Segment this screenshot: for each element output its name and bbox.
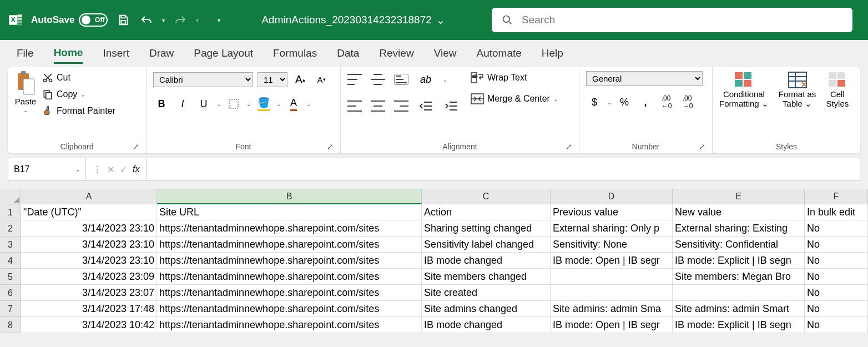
font-name-select[interactable]: Calibri bbox=[153, 72, 253, 87]
increase-font-icon[interactable]: A▴ bbox=[292, 71, 309, 88]
chevron-down-icon[interactable]: ⌄ bbox=[216, 101, 221, 107]
tab-page-layout[interactable]: Page Layout bbox=[194, 44, 253, 63]
table-row[interactable]: 3 3/14/2023 23:10 https://tenantadminnew… bbox=[0, 237, 868, 253]
undo-button[interactable] bbox=[139, 12, 154, 28]
spreadsheet-grid[interactable]: A B C D E F 1 "Date (UTC)" Site URL Acti… bbox=[0, 189, 868, 333]
col-header-f[interactable]: F bbox=[805, 189, 868, 204]
paste-button[interactable]: Paste ⌄ bbox=[14, 71, 37, 113]
cut-button[interactable]: Cut bbox=[42, 71, 115, 84]
chevron-down-icon: ⌄ bbox=[80, 92, 85, 98]
tab-insert[interactable]: Insert bbox=[103, 44, 129, 63]
chevron-down-icon[interactable]: ⌄ bbox=[276, 101, 281, 107]
align-bottom-button[interactable] bbox=[394, 74, 408, 85]
tab-view[interactable]: View bbox=[434, 44, 457, 63]
undo-dropdown-icon[interactable]: ▾ bbox=[162, 17, 165, 23]
autosave-switch[interactable]: Off bbox=[79, 13, 108, 27]
chevron-down-icon[interactable]: ⌄ bbox=[246, 101, 251, 107]
search-box[interactable] bbox=[492, 8, 852, 32]
row-header[interactable]: 5 bbox=[0, 269, 21, 285]
underline-button[interactable]: U bbox=[195, 95, 212, 112]
dialog-launcher-icon[interactable]: ⤢ bbox=[327, 142, 334, 151]
col-header-d[interactable]: D bbox=[551, 189, 673, 204]
redo-button[interactable] bbox=[173, 12, 188, 28]
tab-data[interactable]: Data bbox=[337, 44, 359, 63]
bold-button[interactable]: B bbox=[153, 95, 170, 112]
table-row[interactable]: 7 3/14/2023 17:48 https://tenantadminnew… bbox=[0, 301, 868, 317]
cell-styles-button[interactable]: CellStyles bbox=[826, 71, 849, 108]
chevron-down-icon[interactable]: ⌄ bbox=[607, 99, 612, 105]
wrap-text-button[interactable]: ab Wrap Text bbox=[471, 71, 558, 84]
dialog-launcher-icon[interactable]: ⤢ bbox=[699, 142, 705, 151]
chevron-down-icon[interactable]: ⌄ bbox=[443, 77, 447, 83]
merge-center-button[interactable]: Merge & Center ⌄ bbox=[471, 92, 558, 105]
select-all-corner[interactable] bbox=[0, 189, 21, 204]
row-header[interactable]: 3 bbox=[0, 237, 21, 253]
font-size-select[interactable]: 11 bbox=[258, 72, 287, 87]
tab-automate[interactable]: Automate bbox=[476, 44, 521, 63]
align-right-button[interactable] bbox=[394, 100, 408, 112]
table-row[interactable]: 6 3/14/2023 23:07 https://tenantadminnew… bbox=[0, 285, 868, 301]
orientation-button[interactable]: ab bbox=[417, 71, 434, 88]
row-header[interactable]: 6 bbox=[0, 285, 21, 301]
percent-button[interactable]: % bbox=[616, 94, 633, 110]
search-input[interactable] bbox=[522, 14, 842, 26]
align-center-button[interactable] bbox=[371, 100, 385, 112]
row-header[interactable]: 2 bbox=[0, 220, 21, 237]
decrease-indent-button[interactable] bbox=[417, 98, 434, 114]
table-row[interactable]: 2 3/14/2023 23:10 https://tenantadminnew… bbox=[0, 220, 868, 237]
fill-color-button[interactable]: 🪣 bbox=[255, 95, 272, 112]
col-header-c[interactable]: C bbox=[422, 189, 551, 204]
save-button[interactable] bbox=[115, 12, 131, 28]
col-header-e[interactable]: E bbox=[673, 189, 805, 204]
enter-icon[interactable]: ✓ bbox=[120, 164, 127, 175]
row-header[interactable]: 4 bbox=[0, 253, 21, 269]
qat-customize-icon[interactable]: ▾ bbox=[218, 17, 220, 23]
tab-help[interactable]: Help bbox=[542, 44, 563, 63]
increase-decimal-button[interactable]: .00←0 bbox=[658, 94, 675, 110]
autosave-toggle[interactable]: AutoSave Off bbox=[31, 13, 108, 27]
dialog-launcher-icon[interactable]: ⤢ bbox=[566, 142, 572, 151]
row-header[interactable]: 7 bbox=[0, 301, 21, 317]
formula-input[interactable] bbox=[147, 158, 860, 180]
align-middle-button[interactable] bbox=[371, 74, 385, 85]
number-format-select[interactable]: General bbox=[586, 71, 703, 86]
decrease-font-icon[interactable]: A▾ bbox=[313, 71, 330, 88]
align-left-button[interactable] bbox=[347, 100, 362, 112]
more-icon[interactable]: ⋮ bbox=[93, 164, 102, 175]
table-row[interactable]: 4 3/14/2023 23:10 https://tenantadminnew… bbox=[0, 253, 868, 269]
format-as-table-button[interactable]: Format asTable ⌄ bbox=[779, 71, 816, 108]
font-color-button[interactable]: A bbox=[285, 95, 302, 112]
tab-home[interactable]: Home bbox=[54, 43, 83, 64]
col-header-b[interactable]: B bbox=[157, 189, 422, 204]
conditional-formatting-button[interactable]: ConditionalFormatting ⌄ bbox=[719, 71, 769, 108]
cancel-icon[interactable]: ✕ bbox=[107, 164, 114, 175]
fx-icon[interactable]: fx bbox=[133, 164, 139, 174]
table-row[interactable]: 1 "Date (UTC)" Site URL Action Previous … bbox=[0, 204, 868, 220]
svg-rect-11 bbox=[21, 71, 26, 74]
redo-dropdown-icon[interactable]: ▾ bbox=[196, 17, 199, 23]
svg-rect-3 bbox=[17, 18, 22, 20]
dialog-launcher-icon[interactable]: ⤢ bbox=[133, 142, 139, 151]
table-row[interactable]: 8 3/14/2023 10:42 https://tenantadminnew… bbox=[0, 317, 868, 333]
tab-review[interactable]: Review bbox=[379, 44, 413, 63]
currency-button[interactable]: $ bbox=[586, 94, 603, 110]
align-top-button[interactable] bbox=[347, 74, 362, 85]
tab-file[interactable]: File bbox=[17, 44, 34, 63]
format-painter-button[interactable]: Format Painter bbox=[42, 104, 115, 118]
tab-formulas[interactable]: Formulas bbox=[273, 44, 317, 63]
col-header-a[interactable]: A bbox=[21, 189, 157, 204]
row-header[interactable]: 8 bbox=[0, 317, 21, 333]
copy-button[interactable]: Copy ⌄ bbox=[42, 88, 115, 101]
table-row[interactable]: 5 3/14/2023 23:09 https://tenantadminnew… bbox=[0, 269, 868, 285]
chevron-down-icon[interactable]: ⌄ bbox=[306, 101, 311, 107]
decrease-decimal-button[interactable]: .00→0 bbox=[679, 94, 696, 110]
tab-draw[interactable]: Draw bbox=[149, 44, 174, 63]
name-box[interactable]: B17 ⌄ bbox=[8, 158, 86, 180]
comma-button[interactable]: , bbox=[637, 94, 654, 110]
increase-indent-button[interactable] bbox=[443, 98, 460, 114]
italic-button[interactable]: I bbox=[174, 95, 191, 112]
row-header[interactable]: 1 bbox=[0, 204, 21, 220]
border-button[interactable] bbox=[225, 95, 242, 112]
filename[interactable]: AdminActions_20230314232318872 ⌄ bbox=[261, 14, 445, 27]
chevron-down-icon: ⌄ bbox=[75, 167, 80, 173]
